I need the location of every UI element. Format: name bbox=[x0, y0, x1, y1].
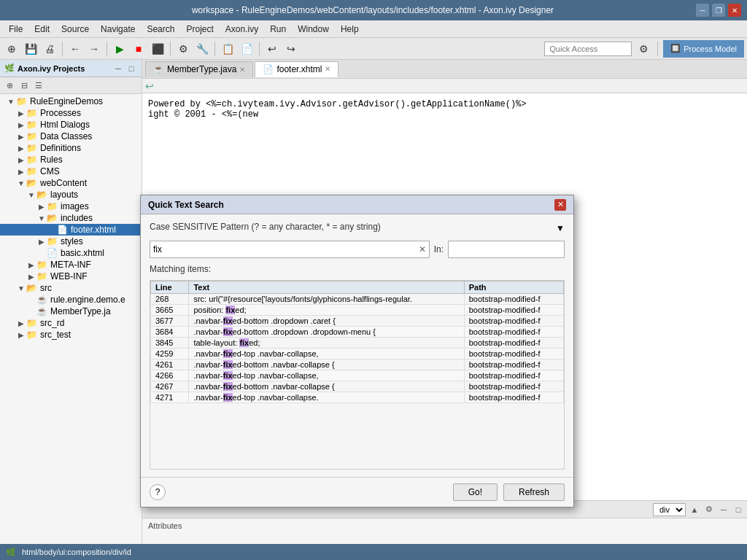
sidebar-item-label: layouts bbox=[50, 190, 78, 200]
folder-icon: 📁 bbox=[26, 143, 38, 153]
results-container[interactable]: Line Text Path 268src: url("#{resource['… bbox=[150, 280, 565, 470]
tab-close-footer[interactable]: ✕ bbox=[325, 65, 330, 73]
sidebar-minimize[interactable]: ─ bbox=[112, 63, 124, 74]
sidebar-item-definitions[interactable]: ▶ 📁 Definitions bbox=[0, 142, 142, 154]
tab-close-membertype[interactable]: ✕ bbox=[239, 66, 245, 74]
sidebar-item-src-test[interactable]: ▶ 📁 src_test bbox=[0, 329, 142, 341]
table-row[interactable]: 4267.navbar-fixed-bottom .navbar-collaps… bbox=[151, 381, 564, 392]
sidebar-item-styles[interactable]: ▶ 📁 styles bbox=[0, 236, 142, 247]
menu-source[interactable]: Source bbox=[55, 23, 95, 36]
table-row[interactable]: 3684.navbar-fixed-bottom .dropdown .drop… bbox=[151, 327, 564, 338]
sidebar-item-webcontent[interactable]: ▼ 📂 webContent bbox=[0, 177, 142, 189]
sidebar-item-webinf[interactable]: ▶ 📁 WEB-INF bbox=[0, 271, 142, 282]
sidebar-item-label: images bbox=[61, 201, 89, 211]
sidebar-tool-settings[interactable]: ☰ bbox=[32, 79, 45, 92]
cell-line: 4259 bbox=[151, 349, 189, 359]
stop-button[interactable]: ■ bbox=[130, 40, 147, 58]
menu-window[interactable]: Window bbox=[292, 23, 335, 36]
bottom-settings-btn[interactable]: ⚙ bbox=[703, 504, 715, 516]
sidebar-item-membertype[interactable]: ☕ MemberType.ja bbox=[0, 306, 142, 317]
sidebar-item-footer-xhtml[interactable]: 📄 footer.xhtml bbox=[0, 224, 142, 236]
menu-help[interactable]: Help bbox=[335, 23, 365, 36]
table-row[interactable]: 4271.navbar-fixed-top .navbar-collapse.b… bbox=[151, 392, 564, 403]
quick-access-settings[interactable]: ⚙ bbox=[635, 40, 652, 58]
go-button[interactable]: Go! bbox=[453, 483, 498, 501]
menu-project[interactable]: Project bbox=[180, 23, 219, 36]
in-input[interactable] bbox=[448, 241, 565, 258]
sidebar-item-label: RuleEngineDemos bbox=[30, 96, 103, 106]
cell-path: bootstrap-modified-f bbox=[464, 381, 563, 392]
sidebar-item-label: META-INF bbox=[50, 260, 91, 270]
table-row[interactable]: 4259.navbar-fixed-top .navbar-collapse,b… bbox=[151, 349, 564, 359]
sidebar-item-metainf[interactable]: ▶ 📁 META-INF bbox=[0, 259, 142, 271]
sidebar-item-src-rd[interactable]: ▶ 📁 src_rd bbox=[0, 317, 142, 329]
tool6[interactable]: ↪ bbox=[282, 40, 300, 58]
sidebar-item-src[interactable]: ▼ 📂 src bbox=[0, 282, 142, 294]
search-input[interactable] bbox=[153, 244, 419, 254]
sidebar-maximize[interactable]: □ bbox=[125, 63, 137, 74]
sidebar-item-includes[interactable]: ▼ 📂 includes bbox=[0, 212, 142, 224]
tool3[interactable]: 📋 bbox=[219, 40, 236, 58]
sidebar-item-rule-engine-demo[interactable]: ☕ rule.engine.demo.e bbox=[0, 294, 142, 306]
sidebar-item-layouts[interactable]: ▼ 📂 layouts bbox=[0, 189, 142, 201]
sidebar-tool-new[interactable]: ⊕ bbox=[3, 79, 16, 92]
bottom-minimize-btn[interactable]: ─ bbox=[718, 504, 729, 516]
bottom-expand-btn[interactable]: ▲ bbox=[689, 504, 700, 516]
table-row[interactable]: 3845table-layout: fixed;bootstrap-modifi… bbox=[151, 338, 564, 349]
file-icon: 📄 bbox=[47, 248, 58, 258]
sidebar-item-ruleenginedemos[interactable]: ▼ 📁 RuleEngineDemos bbox=[0, 96, 142, 107]
sidebar-item-dataclasses[interactable]: ▶ 📁 Data Classes bbox=[0, 131, 142, 142]
clear-search-button[interactable]: ✕ bbox=[419, 244, 426, 254]
new-button[interactable]: ⊕ bbox=[3, 40, 20, 58]
tag-selector[interactable]: div bbox=[653, 503, 686, 516]
dialog-close-button[interactable]: ✕ bbox=[554, 199, 566, 211]
minimize-button[interactable]: ─ bbox=[696, 4, 709, 17]
table-row[interactable]: 4261.navbar-fixed-bottom .navbar-collaps… bbox=[151, 359, 564, 370]
sidebar-tool-collapse[interactable]: ⊟ bbox=[18, 79, 31, 92]
in-label: In: bbox=[434, 244, 444, 254]
cell-line: 3684 bbox=[151, 327, 189, 338]
tool2[interactable]: 🔧 bbox=[193, 40, 211, 58]
menu-navigate[interactable]: Navigate bbox=[95, 23, 141, 36]
table-row[interactable]: 3677.navbar-fixed-bottom .dropdown .care… bbox=[151, 316, 564, 327]
tool5[interactable]: ↩ bbox=[263, 40, 281, 58]
restore-button[interactable]: ❐ bbox=[712, 4, 725, 17]
table-row[interactable]: 4266.navbar-fixed-top .navbar-collapse,b… bbox=[151, 370, 564, 381]
print-button[interactable]: 🖨 bbox=[41, 40, 58, 58]
sidebar-item-images[interactable]: ▶ 📁 images bbox=[0, 201, 142, 212]
run-button[interactable]: ▶ bbox=[111, 40, 128, 58]
back-button[interactable]: ← bbox=[66, 40, 84, 58]
sidebar-item-basic-xhtml[interactable]: 📄 basic.xhtml bbox=[0, 247, 142, 259]
folder-icon: 📁 bbox=[26, 318, 38, 328]
tab-membertype[interactable]: ☕ MemberType.java ✕ bbox=[145, 61, 253, 77]
table-row[interactable]: 268src: url("#{resource['layouts/fonts/g… bbox=[151, 294, 564, 305]
tool4[interactable]: 📄 bbox=[238, 40, 255, 58]
sidebar-item-rules[interactable]: ▶ 📁 Rules bbox=[0, 154, 142, 166]
menu-run[interactable]: Run bbox=[264, 23, 292, 36]
sidebar-item-processes[interactable]: ▶ 📁 Processes bbox=[0, 107, 142, 119]
matching-row: Matching items: bbox=[150, 264, 565, 274]
menu-axon-ivy[interactable]: Axon.ivy bbox=[220, 23, 264, 36]
sidebar-item-htmldialogs[interactable]: ▶ 📁 Html Dialogs bbox=[0, 119, 142, 131]
close-button[interactable]: ✕ bbox=[728, 4, 741, 17]
refresh-button[interactable]: Refresh bbox=[503, 483, 565, 501]
save-button[interactable]: 💾 bbox=[22, 40, 39, 58]
forward-button[interactable]: → bbox=[85, 40, 103, 58]
debug-button[interactable]: ⬛ bbox=[149, 40, 166, 58]
menu-file[interactable]: File bbox=[3, 23, 28, 36]
menu-search[interactable]: Search bbox=[141, 23, 180, 36]
quick-access-input[interactable] bbox=[544, 42, 632, 56]
process-model-button[interactable]: 🔲 Process Model bbox=[663, 40, 744, 58]
menu-edit[interactable]: Edit bbox=[28, 23, 55, 36]
bottom-maximize-btn[interactable]: □ bbox=[732, 504, 744, 516]
help-button[interactable]: ? bbox=[150, 484, 166, 500]
tool1[interactable]: ⚙ bbox=[174, 40, 192, 58]
class-icon: ☕ bbox=[36, 295, 48, 305]
sidebar-item-cms[interactable]: ▶ 📁 CMS bbox=[0, 166, 142, 177]
cell-text: position: fixed; bbox=[189, 305, 464, 316]
expand-arrow: ▶ bbox=[16, 168, 26, 176]
title-bar: workspace - RuleEngineDemos/webContent/l… bbox=[0, 0, 747, 20]
tab-footer-xhtml[interactable]: 📄 footer.xhtml ✕ bbox=[255, 61, 338, 77]
table-row[interactable]: 3665position: fixed;bootstrap-modified-f bbox=[151, 305, 564, 316]
pattern-label: Case SENSITIVE Pattern (? = any characte… bbox=[150, 222, 381, 232]
